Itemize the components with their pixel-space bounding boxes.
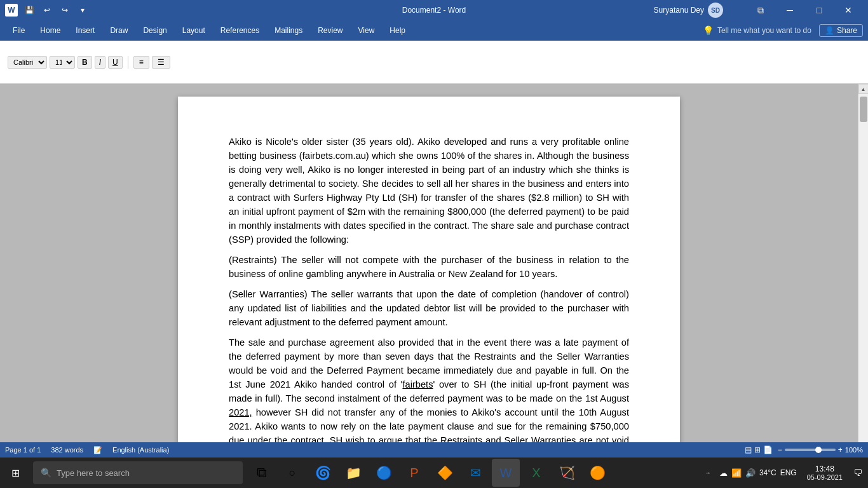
tab-view[interactable]: View bbox=[351, 22, 383, 39]
search-icon: 💡 bbox=[703, 25, 714, 36]
taskbar-search[interactable]: 🔍 Type here to search bbox=[33, 461, 243, 484]
window-controls: ⧉ ─ □ ✕ bbox=[746, 0, 863, 20]
cloud-icon: ☁ bbox=[719, 468, 728, 478]
read-mode-icon[interactable]: 📄 bbox=[763, 445, 773, 454]
more-button[interactable]: ▾ bbox=[75, 3, 90, 18]
powerpoint-app[interactable]: P bbox=[400, 459, 428, 487]
taskview-button[interactable]: ⧉ bbox=[248, 459, 276, 487]
clock-time: 13:48 bbox=[815, 464, 834, 473]
notification-button[interactable]: 🗨 bbox=[848, 458, 868, 488]
zoom-slider[interactable] bbox=[785, 449, 836, 451]
taskbar-search-placeholder: Type here to search bbox=[57, 468, 130, 478]
language-indicator: ENG bbox=[780, 468, 797, 477]
window-title: Document2 - Word bbox=[402, 6, 466, 15]
clock[interactable]: 13:48 05-09-2021 bbox=[802, 464, 848, 481]
status-left: Page 1 of 1 382 words 📝 English (Austral… bbox=[5, 446, 169, 454]
share-icon: 👤 bbox=[825, 26, 834, 35]
tab-layout[interactable]: Layout bbox=[175, 22, 213, 39]
temperature-display: 34°C bbox=[759, 468, 776, 477]
tab-draw[interactable]: Draw bbox=[102, 22, 135, 39]
document-body: Akiko is Nicole's older sister (35 years… bbox=[229, 135, 629, 247]
share-label: Share bbox=[837, 26, 857, 35]
app10[interactable]: 🏹 bbox=[553, 459, 581, 487]
redo-button[interactable]: ↪ bbox=[57, 3, 72, 18]
word-app[interactable]: W bbox=[492, 459, 520, 487]
tab-home[interactable]: Home bbox=[32, 22, 68, 39]
share-button[interactable]: 👤 Share bbox=[819, 24, 863, 37]
clock-date: 05-09-2021 bbox=[807, 473, 843, 481]
ribbon-search-text[interactable]: Tell me what you want to do bbox=[717, 26, 811, 35]
status-right: ▤ ⊞ 📄 − + 100% bbox=[745, 445, 863, 454]
user-info[interactable]: Suryatanu Dey SD bbox=[654, 3, 723, 18]
restore-down-button[interactable]: ⧉ bbox=[746, 0, 775, 20]
ribbon-search[interactable]: 💡 Tell me what you want to do bbox=[703, 25, 811, 36]
excel-app[interactable]: X bbox=[522, 459, 550, 487]
align-left-button[interactable]: ≡ bbox=[133, 56, 149, 69]
document-area: Akiko is Nicole's older sister (35 years… bbox=[0, 84, 858, 442]
user-name: Suryatanu Dey bbox=[654, 6, 704, 15]
outlook-app[interactable]: ✉ bbox=[461, 459, 489, 487]
app6[interactable]: 🔶 bbox=[431, 459, 459, 487]
divider bbox=[128, 56, 128, 69]
document-agreement: The sale and purchase agreement also pro… bbox=[229, 336, 629, 442]
word-app-icon: W bbox=[5, 4, 18, 17]
ribbon-tabs: File Home Insert Draw Design Layout Refe… bbox=[0, 20, 868, 41]
toolbar-content: Calibri 11 B I U ≡ ☰ bbox=[8, 56, 170, 69]
taskbar-apps: ⧉ ○ 🌀 📁 🔵 P 🔶 ✉ W X 🏹 🟠 bbox=[248, 459, 611, 487]
tab-mailings[interactable]: Mailings bbox=[267, 22, 310, 39]
tab-file[interactable]: File bbox=[5, 22, 32, 39]
toolbar: Calibri 11 B I U ≡ ☰ bbox=[0, 41, 868, 84]
document-restraints: (Restraints) The seller will not compete… bbox=[229, 253, 629, 281]
cortana-button[interactable]: ○ bbox=[278, 459, 306, 487]
tab-help[interactable]: Help bbox=[382, 22, 413, 39]
font-family-select[interactable]: Calibri bbox=[8, 56, 47, 69]
font-size-select[interactable]: 11 bbox=[50, 56, 75, 69]
document-page[interactable]: Akiko is Nicole's older sister (35 years… bbox=[178, 97, 680, 442]
print-layout-icon[interactable]: ▤ bbox=[745, 445, 752, 454]
tab-review[interactable]: Review bbox=[310, 22, 350, 39]
chrome-app[interactable]: 🔵 bbox=[370, 459, 398, 487]
bold-button[interactable]: B bbox=[78, 56, 92, 69]
save-button[interactable]: 💾 bbox=[22, 3, 37, 18]
taskbar: ⊞ 🔍 Type here to search ⧉ ○ 🌀 📁 🔵 P 🔶 ✉ … bbox=[0, 458, 868, 488]
title-bar-left: W 💾 ↩ ↪ ▾ bbox=[5, 3, 90, 18]
zoom-level: 100% bbox=[845, 446, 863, 454]
tab-design[interactable]: Design bbox=[135, 22, 174, 39]
scroll-thumb[interactable] bbox=[860, 97, 867, 122]
zoom-out-button[interactable]: − bbox=[778, 445, 782, 454]
app11[interactable]: 🟠 bbox=[583, 459, 611, 487]
taskbar-right: ↑ ☁ 📶 🔊 34°C ENG 13:48 05-09-2021 🗨 bbox=[705, 458, 868, 488]
zoom-control: − + 100% bbox=[778, 445, 863, 454]
scroll-indicator: ↑ bbox=[705, 471, 712, 475]
fairbets-underlined: fairbets bbox=[402, 379, 433, 390]
close-button[interactable]: ✕ bbox=[834, 0, 863, 20]
align-center-button[interactable]: ☰ bbox=[152, 56, 170, 69]
system-icons: ☁ 📶 🔊 34°C ENG bbox=[714, 468, 802, 478]
tab-references[interactable]: References bbox=[213, 22, 267, 39]
maximize-button[interactable]: □ bbox=[804, 0, 834, 20]
undo-button[interactable]: ↩ bbox=[39, 3, 55, 18]
notification-icon: 🗨 bbox=[853, 468, 862, 478]
taskbar-search-icon: 🔍 bbox=[41, 468, 51, 478]
web-layout-icon[interactable]: ⊞ bbox=[754, 445, 761, 454]
underline-button[interactable]: U bbox=[108, 56, 123, 69]
vertical-scrollbar[interactable]: ▲ bbox=[858, 84, 868, 442]
zoom-thumb bbox=[815, 447, 822, 453]
tab-insert[interactable]: Insert bbox=[68, 22, 102, 39]
file-explorer-app[interactable]: 📁 bbox=[339, 459, 367, 487]
edge-browser-app[interactable]: 🌀 bbox=[309, 459, 337, 487]
document-warranties: (Seller Warranties) The seller warrants … bbox=[229, 287, 629, 329]
word-count: 382 words bbox=[51, 446, 83, 454]
title-bar-right: Suryatanu Dey SD ⧉ ─ □ ✕ bbox=[654, 0, 863, 20]
minimize-button[interactable]: ─ bbox=[775, 0, 804, 20]
scroll-up-arrow[interactable]: ▲ bbox=[858, 84, 869, 94]
page-info: Page 1 of 1 bbox=[5, 446, 41, 454]
quick-access-toolbar: 💾 ↩ ↪ ▾ bbox=[22, 3, 90, 18]
italic-button[interactable]: I bbox=[95, 56, 105, 69]
windows-icon: ⊞ bbox=[11, 467, 20, 479]
status-bar: Page 1 of 1 382 words 📝 English (Austral… bbox=[0, 442, 868, 458]
proofing-icon: 📝 bbox=[93, 446, 102, 454]
start-button[interactable]: ⊞ bbox=[0, 458, 31, 488]
zoom-in-button[interactable]: + bbox=[838, 445, 843, 454]
volume-icon: 🔊 bbox=[745, 468, 756, 478]
